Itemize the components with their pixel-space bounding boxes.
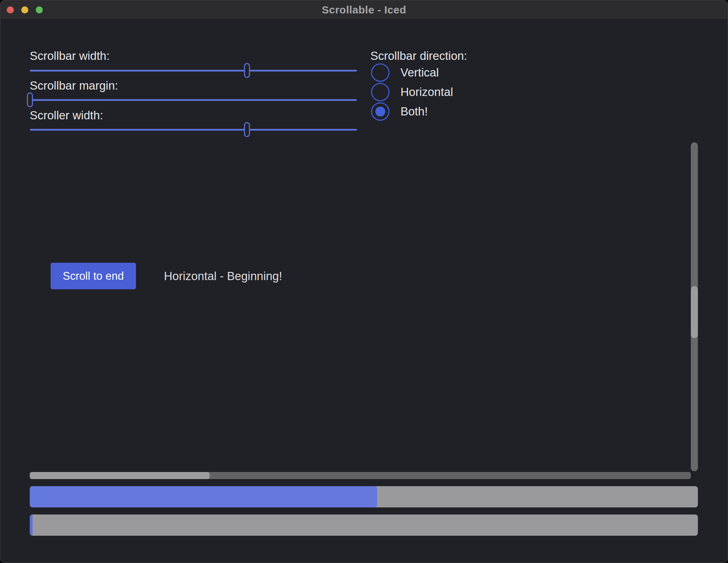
horizontal-scrollbar-thumb[interactable] (30, 472, 210, 479)
radio-option-vertical[interactable]: Vertical (371, 63, 453, 82)
vertical-scrollbar-thumb[interactable] (691, 286, 698, 338)
slider-handle[interactable] (244, 63, 250, 78)
radio-label: Both! (400, 105, 428, 118)
radio-label: Horizontal (400, 85, 453, 99)
radio-option-both[interactable]: Both! (371, 102, 453, 121)
scrollbar-direction-group: Vertical Horizontal Both! (371, 63, 453, 121)
radio-circle-icon[interactable] (371, 63, 389, 82)
slider-rail[interactable] (30, 99, 357, 101)
scrollbar-width-label: Scrollbar width: (30, 49, 110, 63)
vertical-progress-bar (30, 486, 698, 507)
title-bar: Scrollable - Iced (0, 0, 728, 19)
scrollbar-width-slider[interactable] (30, 63, 357, 78)
radio-circle-icon[interactable] (371, 83, 389, 101)
slider-rail[interactable] (30, 129, 357, 131)
scroll-to-end-button[interactable]: Scroll to end (51, 263, 136, 289)
progress-fill (30, 486, 377, 507)
scrollbar-margin-label: Scrollbar margin: (30, 79, 118, 93)
app-window: Scrollable - Iced Scrollbar width: Scrol… (0, 0, 728, 563)
progress-fill (30, 514, 33, 536)
slider-rail[interactable] (30, 70, 357, 72)
scroller-width-label: Scroller width: (30, 108, 103, 123)
scroller-width-slider[interactable] (30, 122, 357, 137)
window-title: Scrollable - Iced (0, 0, 728, 19)
slider-handle[interactable] (27, 92, 33, 107)
vertical-scrollbar-track[interactable] (691, 142, 698, 471)
slider-handle[interactable] (244, 122, 250, 137)
radio-circle-icon[interactable] (371, 102, 389, 121)
radio-option-horizontal[interactable]: Horizontal (371, 83, 453, 101)
radio-selected-dot (375, 107, 385, 116)
horizontal-scrollbar-track[interactable] (30, 472, 691, 479)
scrollbar-direction-label: Scrollbar direction: (370, 49, 467, 63)
scrollbar-margin-slider[interactable] (30, 92, 357, 107)
radio-label: Vertical (400, 66, 439, 79)
horizontal-scroll-status-text: Horizontal - Beginning! (164, 269, 282, 283)
horizontal-progress-bar (30, 514, 698, 536)
